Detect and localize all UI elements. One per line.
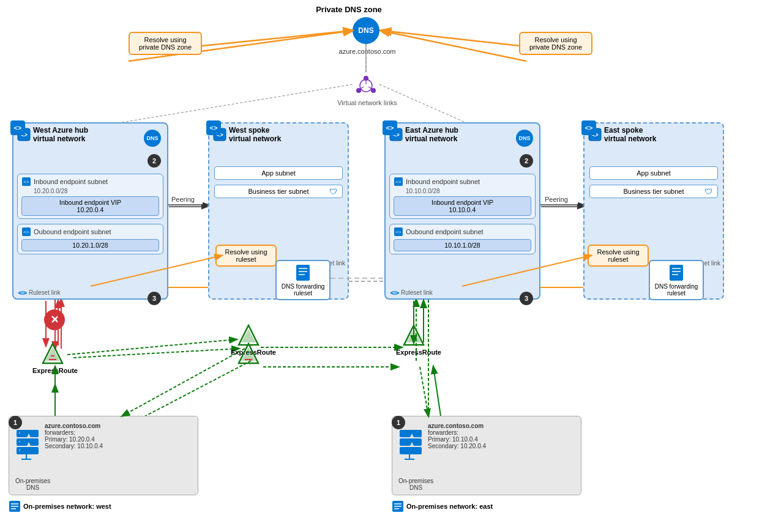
west-hub-er-icon [42, 342, 64, 366]
resolve-private-right-box: Resolve using private DNS zone [519, 32, 592, 55]
east-spoke-app-subnet: App subnet [589, 166, 718, 180]
east-dns-ruleset-label: DNS forwarding ruleset [654, 283, 699, 297]
svg-rect-34 [296, 265, 310, 281]
east-spoke-business-subnet: Business tier subnet 🛡 [589, 185, 718, 198]
east-hub-inbound-subnet: <> Inbound endpoint subnet 10.10.0.0/28 … [389, 174, 536, 219]
west-hub-title: West Azure hub virtual network [33, 126, 88, 143]
onprem-west-text: azure.contoso.com forwarders: Primary: 1… [45, 423, 103, 449]
svg-text:<>: <> [23, 229, 29, 235]
east-spoke-shield-icon: 🛡 [704, 187, 712, 196]
onprem-west-server-icon [15, 429, 40, 464]
onprem-west-network-label: On-premises network: west [23, 503, 111, 510]
dns-circle-icon: DNS [353, 17, 379, 44]
east-spoke-outer-icon: <> [581, 120, 597, 137]
west-peering-label: Peering [171, 196, 195, 203]
vnet-links-label: Virtual network links [334, 99, 401, 106]
onprem-east-badge-1: 1 [392, 416, 405, 429]
resolve-private-left-label: Resolve using private DNS zone [139, 36, 192, 51]
west-hub-outbound-ip: 10.20.1.0/28 [21, 239, 159, 251]
east-hub-title: East Azure hub virtual network [405, 126, 458, 143]
svg-text:<>: <> [585, 124, 593, 131]
west-spoke-shield-icon: 🛡 [329, 187, 337, 196]
west-hub-vnet: <> West Azure hub virtual network DNS 2 … [12, 122, 168, 300]
west-spoke-outer-icon: <> [206, 120, 222, 137]
east-dns-ruleset-box: DNS forwarding ruleset [649, 260, 704, 300]
diagram: Private DNS zone DNS azure.contoso.com R… [0, 0, 762, 532]
east-hub-inbound-ip: 10.10.0.0/28 [406, 188, 531, 194]
west-spoke-business-subnet: Business tier subnet 🛡 [214, 185, 343, 198]
east-peering-label: Peering [545, 196, 568, 203]
private-dns-zone-label: Private DNS zone [294, 5, 404, 14]
svg-line-91 [202, 31, 352, 46]
west-dns-ruleset-icon [294, 264, 312, 282]
onprem-west-badge-1: 1 [9, 416, 22, 429]
svg-line-94 [122, 84, 353, 122]
svg-line-92 [383, 31, 520, 46]
resolve-private-left-box: Resolve using private DNS zone [129, 32, 202, 55]
svg-text:<>: <> [14, 124, 22, 131]
west-dns-ruleset-label: DNS forwarding ruleset [280, 283, 326, 297]
west-spoke-app-subnet: App subnet [214, 166, 343, 180]
east-hub-er-icon [403, 324, 425, 347]
west-hub-vnet-outer-icon: <> [10, 120, 26, 137]
east-hub-outbound-ip: 10.10.1.0/28 [394, 239, 531, 251]
west-hub-badge-2: 2 [148, 154, 161, 168]
onprem-west-network: On-premises network: west [9, 500, 111, 512]
east-hub-badge-3: 3 [520, 292, 533, 305]
east-hub-inbound-vip: Inbound endpoint VIP 10.10.0.4 [394, 196, 531, 216]
svg-line-104 [67, 339, 236, 355]
outbound-subnet-icon: <> [21, 227, 31, 237]
svg-text:<>: <> [395, 179, 402, 185]
west-hub-outbound-subnet: <> Oubound endpoint subnet 10.20.1.0/28 [17, 224, 163, 254]
svg-line-8 [73, 349, 239, 358]
onprem-east-dns-label: On-premises DNS [398, 478, 433, 491]
svg-point-17 [371, 88, 376, 93]
west-hub-inbound-subnet: <> Inbound endpoint subnet 10.20.0.0/28 … [17, 174, 163, 219]
east-spoke-title: East spoke virtual network [604, 126, 656, 143]
dns-domain-label: azure.contoso.com [324, 48, 410, 55]
svg-text:<>: <> [386, 124, 394, 131]
east-dns-ruleset-icon [667, 264, 685, 282]
east-hub-badge-2: 2 [520, 154, 533, 168]
onprem-east-network-label: On-premises network: east [406, 503, 493, 510]
west-resolve-ruleset-box: Resolve using ruleset [215, 245, 277, 267]
east-hub-vnet: <> East Azure hub virtual network DNS 2 … [384, 122, 540, 300]
svg-line-110 [433, 367, 441, 416]
west-hub-inbound-ip: 10.20.0.0/28 [34, 188, 159, 194]
west-hub-er-label: ExpressRoute [31, 367, 80, 374]
svg-point-15 [364, 76, 368, 81]
west-hub-inbound-vip: Inbound endpoint VIP 10.20.0.4 [21, 196, 159, 216]
svg-rect-51 [670, 265, 683, 281]
vnet-links-icon [353, 72, 379, 100]
center-er2-icon [237, 342, 260, 366]
onprem-east-network: On-premises network: east [392, 500, 493, 512]
west-hub-ruleset-link: Ruleset link [18, 289, 61, 296]
svg-line-109 [420, 367, 428, 416]
east-hub-outer-icon: <> [382, 120, 398, 137]
svg-line-105 [122, 349, 245, 416]
east-hub-er-label: ExpressRoute [394, 349, 443, 356]
west-spoke-title: West spoke virtual network [229, 126, 281, 143]
svg-line-20 [368, 87, 372, 89]
onprem-east-server-icon [398, 429, 423, 464]
onprem-east-text: azure.contoso.com forwarders: Primary: 1… [428, 423, 486, 449]
svg-text:<>: <> [23, 179, 29, 185]
west-resolve-ruleset-label: Resolve using ruleset [225, 248, 267, 263]
east-resolve-ruleset-label: Resolve using ruleset [597, 248, 639, 263]
svg-rect-82 [400, 447, 422, 454]
west-dns-ruleset-box: DNS forwarding ruleset [275, 260, 331, 300]
east-hub-ruleset-link: Ruleset link [390, 289, 433, 296]
blocked-icon: ✕ [44, 309, 65, 330]
subnet-icon: <> [21, 177, 31, 187]
svg-rect-68 [17, 447, 39, 454]
svg-text:<>: <> [210, 124, 218, 131]
east-hub-outbound-subnet: <> Oubound endpoint subnet 10.10.1.0/28 [389, 224, 536, 254]
west-hub-badge-3: 3 [148, 292, 161, 305]
svg-line-19 [360, 87, 364, 89]
west-hub-dns-badge: DNS [144, 130, 161, 147]
resolve-private-right-label: Resolve using private DNS zone [529, 36, 582, 51]
svg-point-16 [356, 88, 361, 93]
onprem-east-box: azure.contoso.com forwarders: Primary: 1… [392, 416, 581, 495]
onprem-west-dns-label: On-premises DNS [15, 478, 50, 491]
east-resolve-ruleset-box: Resolve using ruleset [588, 245, 649, 267]
